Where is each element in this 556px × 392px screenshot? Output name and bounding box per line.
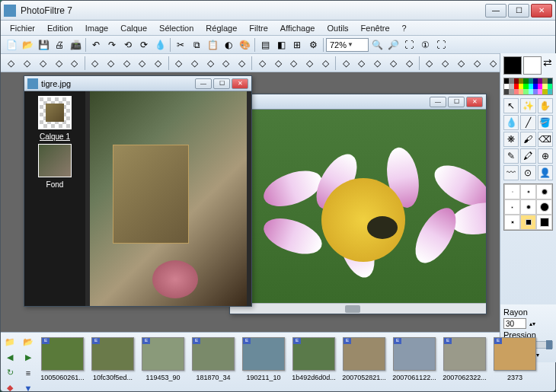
zoom-fit-icon[interactable]: ⛶ xyxy=(401,37,417,53)
thumb-item[interactable]: E10fc30f5ed... xyxy=(89,337,136,392)
gradient-icon[interactable]: ◇ xyxy=(219,56,234,71)
adjust-icon[interactable]: ◐ xyxy=(221,37,236,53)
text-red-icon[interactable]: ◇ xyxy=(4,56,19,71)
clone-icon[interactable]: ⊙ xyxy=(520,165,535,180)
blur1-icon[interactable]: ◇ xyxy=(318,56,334,71)
histogram-icon[interactable]: ◇ xyxy=(235,56,250,71)
menu-réglage[interactable]: Réglage xyxy=(200,22,243,34)
brush-preset[interactable] xyxy=(504,215,520,230)
brush-icon[interactable]: 🖌 xyxy=(520,132,535,147)
menu-filtre[interactable]: Filtre xyxy=(243,22,273,34)
text-icon[interactable]: ◇ xyxy=(36,56,51,71)
layer-label-fond[interactable]: Fond xyxy=(46,180,64,189)
new-icon[interactable]: 📄 xyxy=(4,37,19,53)
sharpen1-icon[interactable]: ◇ xyxy=(370,56,385,71)
portrait-icon[interactable]: 👤 xyxy=(538,165,553,180)
zoom-combo[interactable]: 72%▼ xyxy=(326,38,369,52)
menu-image[interactable]: Image xyxy=(79,22,115,34)
blur2-icon[interactable]: ◇ xyxy=(338,56,353,71)
rotate-ccw-icon[interactable]: ⟲ xyxy=(120,37,136,53)
save-icon[interactable]: 💾 xyxy=(36,37,51,53)
hue-icon[interactable]: 🎨 xyxy=(237,37,252,53)
cut-icon[interactable]: ✂ xyxy=(173,37,188,53)
background-color[interactable] xyxy=(523,56,542,75)
minimize-button[interactable]: — xyxy=(485,4,506,18)
fullscreen-icon[interactable]: ⛶ xyxy=(433,37,449,53)
thumb-item[interactable]: E2007061122... xyxy=(391,337,438,392)
open-icon[interactable]: 📂 xyxy=(20,37,35,53)
paste-icon[interactable]: 📋 xyxy=(205,37,220,53)
sharpen2-icon[interactable]: ◇ xyxy=(386,56,401,71)
effect2-icon[interactable]: ◇ xyxy=(469,56,484,71)
menu-sélection[interactable]: Sélection xyxy=(153,22,200,34)
close-button[interactable]: ✕ xyxy=(531,4,552,18)
smudge-icon[interactable]: 〰 xyxy=(503,165,519,180)
thumb-strip[interactable]: E1005060261...E10fc30f5ed...E119453_90E1… xyxy=(37,333,555,392)
pen-icon[interactable]: ✎ xyxy=(503,148,519,164)
frame1-icon[interactable]: ◇ xyxy=(51,56,66,71)
rayon-input[interactable] xyxy=(503,318,526,329)
marker-icon[interactable]: ▼ xyxy=(21,382,36,393)
pattern-icon[interactable]: ◇ xyxy=(119,56,134,71)
frame2-icon[interactable]: ◇ xyxy=(67,56,82,71)
doc2-scrollbar-h[interactable] xyxy=(230,303,486,314)
menu-?[interactable]: ? xyxy=(396,22,413,34)
pipette-icon[interactable]: 💧 xyxy=(503,115,519,130)
folder-icon[interactable]: 📂 xyxy=(21,336,36,349)
menu-outils[interactable]: Outils xyxy=(321,22,354,34)
thumb-item[interactable]: E2007052821... xyxy=(340,337,388,392)
noise1-icon[interactable]: ◇ xyxy=(422,56,437,71)
menu-affichage[interactable]: Affichage xyxy=(274,22,321,34)
color-palette[interactable] xyxy=(503,78,553,95)
scan-icon[interactable]: 📠 xyxy=(68,37,83,53)
pasted-layer[interactable] xyxy=(113,145,189,244)
mirror-h-icon[interactable]: ◇ xyxy=(485,56,500,71)
hand-icon[interactable]: ✋ xyxy=(538,98,553,113)
drop-icon[interactable]: ◇ xyxy=(401,56,417,71)
eraser-icon[interactable]: ⌫ xyxy=(538,132,553,147)
effect1-icon[interactable]: ◇ xyxy=(454,56,469,71)
maximize-button[interactable]: ☐ xyxy=(508,4,529,18)
eyedropper-icon[interactable]: 💧 xyxy=(152,37,168,53)
line-icon[interactable]: ╱ xyxy=(520,115,535,130)
deform-icon[interactable]: ◇ xyxy=(286,56,302,71)
plugin-icon[interactable]: ⚙ xyxy=(305,37,321,53)
thumb-item[interactable]: E1b492d6d0d... xyxy=(290,337,337,392)
thumb-item[interactable]: E181870_34 xyxy=(190,337,237,392)
layer-thumb-calque1[interactable] xyxy=(38,96,72,129)
document-window-2[interactable]: — ☐ ✕ xyxy=(229,94,487,314)
print-icon[interactable]: 🖨 xyxy=(52,37,67,53)
doc1-canvas[interactable] xyxy=(85,91,251,306)
brush-preset[interactable] xyxy=(536,199,552,215)
contrast-icon[interactable]: ◇ xyxy=(171,56,187,71)
zoom-in-icon[interactable]: 🔍 xyxy=(369,37,385,53)
menu-fenêtre[interactable]: Fenêtre xyxy=(355,22,396,34)
doc1-close-button[interactable]: ✕ xyxy=(232,78,248,89)
doc2-canvas[interactable] xyxy=(230,110,486,303)
brush-preset[interactable] xyxy=(504,199,520,215)
module-icon[interactable]: ⊞ xyxy=(289,37,305,53)
doc2-minimize-button[interactable]: — xyxy=(430,97,446,107)
wand-icon[interactable]: ✨ xyxy=(520,98,535,113)
swap-colors-icon[interactable]: ⇄ xyxy=(543,56,552,75)
diamond-icon[interactable]: ◆ xyxy=(2,382,18,393)
grid-icon[interactable]: ◇ xyxy=(270,56,286,71)
layer-label-calque1[interactable]: Calque 1 xyxy=(40,132,70,141)
copy-icon[interactable]: ⧉ xyxy=(189,37,204,53)
brush-preset[interactable] xyxy=(536,184,552,199)
brush-preset[interactable] xyxy=(504,184,520,199)
thumb-item[interactable]: E119453_90 xyxy=(139,337,187,392)
arrow-left-icon[interactable]: ◀ xyxy=(2,352,18,364)
palette-color[interactable] xyxy=(548,89,552,94)
noise2-icon[interactable]: ◇ xyxy=(438,56,453,71)
zoom-out-icon[interactable]: 🔎 xyxy=(385,37,401,53)
brush-preset[interactable] xyxy=(520,215,536,230)
palette-color[interactable] xyxy=(548,78,552,84)
palette-color[interactable] xyxy=(548,84,552,89)
doc2-maximize-button[interactable]: ☐ xyxy=(448,97,465,107)
pointer-icon[interactable]: ↖ xyxy=(503,98,519,113)
snap-icon[interactable]: ◇ xyxy=(302,56,318,71)
folder-up-icon[interactable]: 📁 xyxy=(2,336,18,349)
advbrush-icon[interactable]: 🖍 xyxy=(520,148,535,164)
mask-icon[interactable]: ◧ xyxy=(273,37,289,53)
